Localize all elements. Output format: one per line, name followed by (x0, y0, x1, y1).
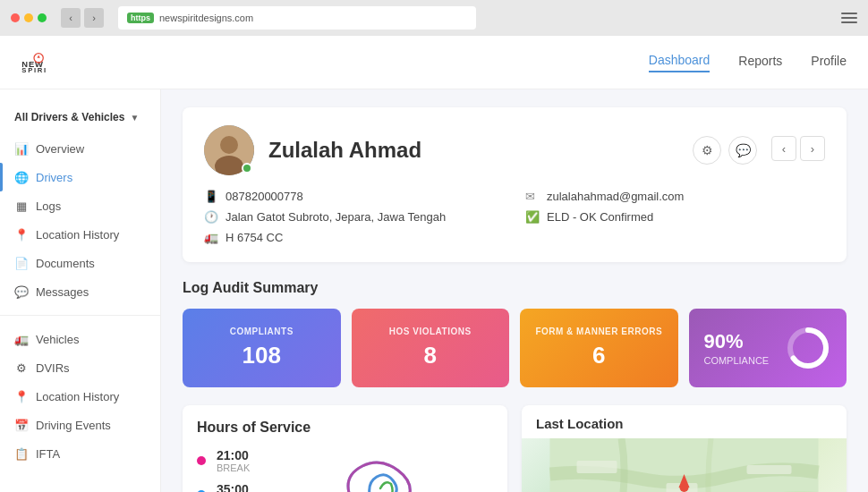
prev-driver-button[interactable]: ‹ (771, 136, 796, 161)
settings-button[interactable]: ⚙ (693, 136, 721, 165)
sidebar-section-label: All Drivers & Vehicles (14, 111, 124, 123)
info-eld: ✅ ELD - OK Confirmed (525, 210, 825, 224)
sidebar-item-ifta[interactable]: 📋 IFTA (0, 439, 160, 468)
hamburger-menu[interactable] (841, 13, 857, 23)
eld-value: ELD - OK Confirmed (547, 210, 653, 224)
dot-green (38, 13, 47, 22)
main-content: Zulalah Ahmad ⚙ 💬 ‹ › 📱 087820000778 (161, 89, 868, 492)
hos-dot-break (197, 456, 206, 465)
nav-dashboard[interactable]: Dashboard (649, 53, 711, 72)
form-errors-label: FORM & MANNER ERRORS (535, 327, 662, 336)
info-phone: 📱 087820000778 (204, 190, 504, 203)
dvirs-icon: ⚙ (14, 361, 29, 375)
overview-icon: 📊 (14, 141, 29, 156)
sidebar-item-driving-events[interactable]: 📅 Driving Events (0, 411, 160, 439)
sidebar-item-drivers[interactable]: 🌐 Drivers (0, 163, 160, 191)
nav-reports[interactable]: Reports (738, 54, 782, 72)
svg-rect-11 (747, 465, 792, 474)
svg-rect-9 (577, 461, 617, 473)
driver-nav-buttons: ‹ › (771, 136, 825, 165)
hos-spiral-chart (327, 448, 434, 492)
sidebar-item-logs[interactable]: ▦ Logs (0, 191, 160, 220)
app: NEW SPIRIT Dashboard Reports Profile All… (0, 36, 868, 492)
sidebar-label-overview: Overview (36, 142, 84, 156)
sidebar-item-overview[interactable]: 📊 Overview (0, 134, 160, 163)
sidebar-divider (0, 315, 160, 316)
compliants-value: 108 (243, 342, 281, 369)
sidebar-item-location-history[interactable]: 📍 Location History (0, 220, 160, 249)
message-button[interactable]: 💬 (728, 136, 757, 165)
back-button[interactable]: ‹ (61, 8, 81, 28)
logo: NEW SPIRIT (21, 52, 47, 73)
sidebar: All Drivers & Vehicles ▼ 📊 Overview 🌐 Dr… (0, 89, 161, 492)
logo-svg: NEW SPIRIT (21, 52, 47, 73)
drivers-icon: 🌐 (14, 170, 29, 184)
sidebar-label-location-history-2: Location History (36, 390, 119, 403)
content-area: All Drivers & Vehicles ▼ 📊 Overview 🌐 Dr… (0, 89, 868, 492)
phone-value: 087820000778 (226, 190, 303, 203)
browser-nav: ‹ › (61, 8, 104, 28)
sidebar-label-dvirs: DVIRs (36, 361, 70, 375)
sidebar-section-header[interactable]: All Drivers & Vehicles ▼ (0, 104, 160, 134)
sidebar-item-dvirs[interactable]: ⚙ DVIRs (0, 353, 160, 382)
messages-icon: 💬 (14, 284, 29, 299)
forward-button[interactable]: › (84, 8, 104, 28)
hos-entries: 21:00 BREAK 35:00 DRIVE (197, 448, 252, 492)
vehicle-value: H 6754 CC (226, 231, 283, 244)
location-history-icon: 📍 (14, 227, 29, 242)
sidebar-item-messages[interactable]: 💬 Messages (0, 277, 160, 306)
phone-icon: 📱 (204, 190, 218, 203)
address-value: Jalan Gatot Subroto, Jepara, Jawa Tengah (226, 210, 446, 224)
sidebar-label-location-history: Location History (36, 228, 119, 242)
sidebar-label-messages: Messages (36, 285, 89, 299)
map-svg (522, 438, 847, 492)
hos-break-time: 21:00 (217, 448, 252, 462)
map-section: Last Location (522, 405, 847, 492)
hos-chart-area (267, 448, 493, 492)
browser-dots (11, 13, 47, 22)
nav-links: Dashboard Reports Profile (649, 53, 847, 72)
hos-break-label: BREAK (217, 462, 252, 473)
dot-red (11, 13, 20, 22)
address-bar[interactable]: https newspiritdesigns.com (118, 6, 476, 30)
online-indicator (242, 163, 252, 174)
sidebar-item-vehicles[interactable]: 🚛 Vehicles (0, 325, 160, 353)
compliance-label: COMPLIANCE (703, 355, 769, 366)
map-placeholder (522, 438, 847, 492)
stat-compliance: 90% COMPLIANCE (689, 309, 847, 387)
svg-point-4 (220, 136, 238, 154)
dot-yellow (24, 13, 33, 22)
sidebar-label-documents: Documents (36, 257, 95, 270)
sidebar-item-location-history-2[interactable]: 📍 Location History (0, 382, 160, 411)
next-driver-button[interactable]: › (800, 136, 825, 161)
compliance-pct: 90% (703, 330, 769, 353)
location-history-2-icon: 📍 (14, 389, 29, 403)
https-badge: https (127, 13, 154, 23)
hos-title: Hours of Service (197, 420, 493, 436)
hos-entry-drive: 35:00 DRIVE (197, 482, 252, 492)
stats-grid: COMPLIANTS 108 HOS VIOLATIONS 8 FORM & M… (183, 309, 847, 387)
info-address: 🕐 Jalan Gatot Subroto, Jepara, Jawa Teng… (204, 210, 504, 224)
driver-name: Zulalah Ahmad (268, 138, 421, 163)
ifta-icon: 📋 (14, 446, 29, 461)
hos-label: HOS VIOLATIONS (389, 327, 472, 336)
hos-drive-time: 35:00 (217, 482, 252, 492)
compliants-label: COMPLIANTS (230, 327, 294, 336)
url-text: newspiritdesigns.com (159, 13, 253, 23)
documents-icon: 📄 (14, 256, 29, 270)
sidebar-item-documents[interactable]: 📄 Documents (0, 249, 160, 277)
svg-text:SPIRIT: SPIRIT (21, 66, 47, 73)
last-location-title: Last Location (522, 405, 847, 438)
form-errors-value: 6 (592, 342, 605, 369)
eld-icon: ✅ (525, 210, 540, 224)
hos-content: 21:00 BREAK 35:00 DRIVE (197, 448, 493, 492)
bottom-grid: Hours of Service 21:00 BREAK (183, 405, 847, 492)
driving-events-icon: 📅 (14, 418, 29, 432)
vehicle-icon: 🚛 (204, 231, 218, 244)
log-audit-section: Log Audit Summary COMPLIANTS 108 HOS VIO… (183, 280, 847, 387)
info-vehicle: 🚛 H 6754 CC (204, 231, 504, 244)
nav-profile[interactable]: Profile (811, 54, 847, 72)
stat-compliants: COMPLIANTS 108 (183, 309, 341, 387)
driver-info-grid: 📱 087820000778 ✉ zulalahahmad@gmail.com … (204, 190, 825, 244)
driver-card: Zulalah Ahmad ⚙ 💬 ‹ › 📱 087820000778 (183, 107, 847, 262)
